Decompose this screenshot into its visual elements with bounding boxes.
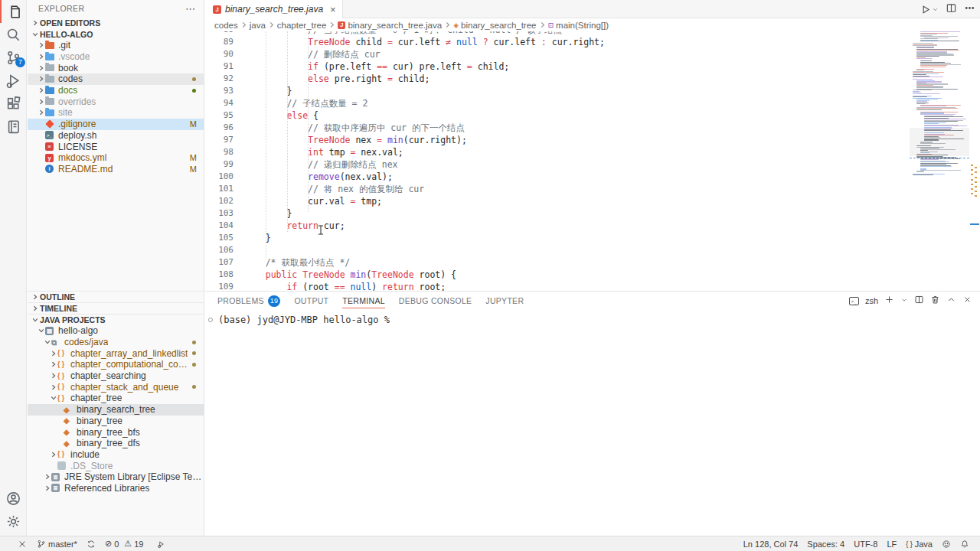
minimap[interactable] bbox=[910, 0, 969, 291]
folder-icon bbox=[45, 42, 58, 49]
more-actions-icon[interactable]: ⋯ bbox=[185, 3, 196, 15]
activity-settings[interactable] bbox=[0, 510, 27, 533]
tree-item--git[interactable]: .git bbox=[28, 40, 204, 51]
tree-item-overrides[interactable]: overrides bbox=[28, 96, 204, 107]
java-projects-section[interactable]: JAVA PROJECTS bbox=[28, 314, 204, 325]
breadcrumb-item[interactable]: java bbox=[250, 21, 266, 30]
encoding-setting[interactable]: UTF-8 bbox=[849, 536, 882, 551]
activity-explorer[interactable] bbox=[0, 0, 27, 23]
library-icon: ≣ bbox=[51, 484, 64, 492]
code-area[interactable]: 88 // 当子结点数量 = 0 / 1 时， child = null / 该… bbox=[205, 31, 980, 291]
tree-item--gitignore[interactable]: .gitignoreM bbox=[28, 119, 204, 130]
panel-tab-jupyter[interactable]: JUPYTER bbox=[485, 292, 524, 310]
cursor-position[interactable]: Ln 128, Col 74 bbox=[739, 536, 803, 551]
yaml-file-icon: y bbox=[45, 154, 58, 162]
open-editors-header[interactable]: OPEN EDITORS bbox=[28, 17, 204, 28]
panel-tab-problems[interactable]: PROBLEMS19 bbox=[217, 292, 280, 310]
panel-tab-debug-console[interactable]: DEBUG CONSOLE bbox=[399, 292, 472, 310]
maximize-panel-button[interactable] bbox=[946, 295, 956, 307]
tree-item-docs[interactable]: docs bbox=[28, 85, 204, 96]
tree-item-codes[interactable]: codes bbox=[28, 73, 204, 85]
tree-item-codes-java[interactable]: ⧉codes/java bbox=[28, 337, 204, 348]
remote-indicator[interactable] bbox=[11, 536, 32, 551]
notifications-bell-icon[interactable] bbox=[956, 536, 974, 551]
error-count: 0 bbox=[114, 540, 119, 549]
tree-item-deploy-sh[interactable]: >_deploy.sh bbox=[28, 130, 204, 142]
chevron-right-icon bbox=[37, 54, 45, 60]
branch-status[interactable]: master* bbox=[32, 536, 82, 551]
class-icon: ◈ bbox=[64, 416, 77, 425]
project-root-header[interactable]: HELLO-ALGO bbox=[28, 28, 204, 40]
tree-item-binary-search-tree[interactable]: ◈binary_search_tree bbox=[28, 404, 204, 416]
eol-setting[interactable]: LF bbox=[882, 536, 901, 551]
line-number: 105 bbox=[205, 232, 234, 244]
activity-extensions[interactable] bbox=[0, 92, 27, 115]
modified-dot-badge bbox=[192, 77, 196, 81]
panel-tab-terminal[interactable]: TERMINAL bbox=[342, 292, 385, 310]
new-terminal-button[interactable] bbox=[884, 295, 894, 307]
tree-item-hello-algo[interactable]: ▤hello-algo bbox=[28, 325, 204, 337]
line-number: 92 bbox=[205, 73, 234, 85]
indentation-setting[interactable]: Spaces: 4 bbox=[802, 536, 849, 551]
tree-item-chapter-stack-and-queue[interactable]: { }chapter_stack_and_queue bbox=[28, 381, 204, 393]
tree-item-jre-system-library-eclipse-temurin-17-17-[interactable]: ≣JRE System Library [Eclipse Temurin 17 … bbox=[28, 471, 204, 483]
explorer-header: EXPLORER ⋯ bbox=[28, 0, 204, 17]
code-text: cur.val = tmp; bbox=[244, 195, 382, 207]
tree-item-mkdocs-yml[interactable]: ymkdocs.ymlM bbox=[28, 152, 204, 164]
tree-item-chapter-computational-complexity[interactable]: { }chapter_computational_complexity bbox=[28, 359, 204, 370]
tree-item-license[interactable]: ≡LICENSE bbox=[28, 141, 204, 152]
tree-item-chapter-searching[interactable]: { }chapter_searching bbox=[28, 370, 204, 382]
kill-terminal-button[interactable] bbox=[930, 295, 940, 307]
tree-item-binary-tree-dfs[interactable]: ◈binary_tree_dfs bbox=[28, 438, 204, 449]
tree-item-binary-tree[interactable]: ◈binary_tree bbox=[28, 416, 204, 427]
tree-item-book[interactable]: book bbox=[28, 62, 204, 73]
tree-item-chapter-tree[interactable]: { }chapter_tree bbox=[28, 393, 204, 404]
feedback-icon[interactable] bbox=[937, 536, 956, 551]
activity-account[interactable] bbox=[0, 487, 27, 510]
line-number: 93 bbox=[205, 85, 234, 97]
panel-tab-label: TERMINAL bbox=[342, 296, 385, 305]
terminal-dropdown-icon[interactable] bbox=[900, 295, 908, 306]
tree-item-label: overrides bbox=[58, 96, 96, 107]
indent-guide bbox=[308, 36, 309, 212]
debug-status-icon[interactable] bbox=[152, 536, 171, 551]
tree-item-include[interactable]: { }include bbox=[28, 449, 204, 461]
terminal-prompt[interactable]: (base) jyd@JYD-MBP hello-algo % bbox=[218, 315, 390, 325]
activity-notebook[interactable] bbox=[0, 115, 27, 138]
language-mode[interactable]: { } Java bbox=[901, 536, 937, 551]
activity-run-debug[interactable] bbox=[0, 69, 27, 92]
tree-item-binary-tree-bfs[interactable]: ◈binary_tree_bfs bbox=[28, 426, 204, 438]
breadcrumb-item[interactable]: chapter_tree bbox=[277, 21, 327, 30]
activity-search[interactable] bbox=[0, 23, 27, 46]
tab-strip: J binary_search_tree.java × bbox=[205, 0, 980, 18]
breadcrumb-item[interactable]: Jbinary_search_tree.java bbox=[338, 21, 442, 30]
timeline-section[interactable]: TIMELINE bbox=[28, 302, 204, 314]
tree-item-chapter-array-and-linkedlist[interactable]: { }chapter_array_and_linkedlist bbox=[28, 347, 204, 359]
close-panel-button[interactable] bbox=[962, 295, 972, 307]
breadcrumb-item[interactable]: codes bbox=[214, 21, 238, 30]
panel-tab-label: PROBLEMS bbox=[217, 296, 264, 305]
panel-tab-output[interactable]: OUTPUT bbox=[294, 292, 328, 310]
problems-status[interactable]: ⊘ 0 ⚠ 19 bbox=[100, 536, 148, 551]
outline-section[interactable]: OUTLINE bbox=[28, 291, 204, 302]
breadcrumb-item[interactable]: ⊡main(String[]) bbox=[548, 21, 609, 30]
tree-item--ds-store[interactable]: .DS_Store bbox=[28, 460, 204, 471]
license-file-icon: ≡ bbox=[45, 142, 58, 151]
tree-item-site[interactable]: site bbox=[28, 107, 204, 119]
minimap-slider[interactable] bbox=[910, 128, 969, 156]
tab-binary-search-tree[interactable]: J binary_search_tree.java × bbox=[205, 0, 343, 18]
line-number: 102 bbox=[205, 195, 234, 207]
tree-item-readme-md[interactable]: iREADME.mdM bbox=[28, 164, 204, 175]
breadcrumb-item[interactable]: ◈binary_search_tree bbox=[453, 21, 536, 30]
breadcrumb-label: binary_search_tree.java bbox=[348, 21, 442, 30]
tree-item--vscode[interactable]: .vscode bbox=[28, 51, 204, 63]
code-text: // 删除结点 cur bbox=[244, 48, 381, 60]
split-terminal-button[interactable] bbox=[914, 295, 924, 307]
bottom-panel: PROBLEMS19OUTPUTTERMINALDEBUG CONSOLEJUP… bbox=[205, 291, 980, 536]
tree-item-referenced-libraries[interactable]: ≣Referenced Libraries bbox=[28, 483, 204, 494]
terminal-icon: >_ bbox=[849, 297, 859, 305]
readme-file-icon: i bbox=[45, 165, 58, 173]
sync-button[interactable] bbox=[82, 536, 100, 551]
activity-source-control[interactable]: 7 bbox=[0, 46, 27, 69]
close-icon[interactable]: × bbox=[330, 4, 336, 15]
